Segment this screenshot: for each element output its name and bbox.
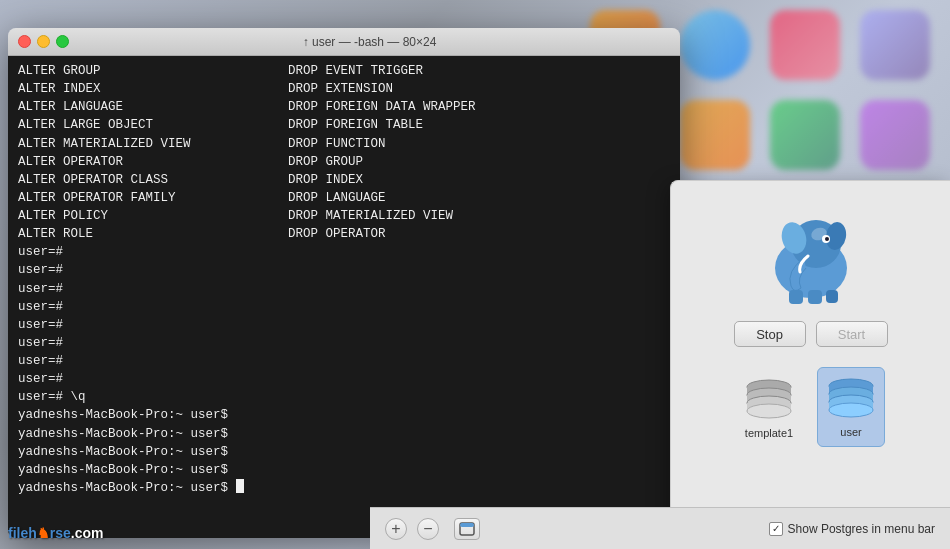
term-cmd-row-10: ALTER ROLEDROP OPERATOR <box>18 225 670 243</box>
term-shell-5-active: yadneshs-MacBook-Pro:~ user$ <box>18 479 670 497</box>
filehorse-watermark: fileh♞rse.com <box>8 525 104 541</box>
db-item-template1[interactable]: template1 <box>736 369 802 447</box>
term-cmd-row-2: ALTER INDEXDROP EXTENSION <box>18 80 670 98</box>
term-prompt-7: user=# <box>18 352 670 370</box>
filehorse-text-1: fileh <box>8 525 37 541</box>
db-label-template1: template1 <box>745 427 793 439</box>
stop-button[interactable]: Stop <box>734 321 806 347</box>
add-database-button[interactable]: + <box>385 518 407 540</box>
term-cmd-row-6: ALTER OPERATORDROP GROUP <box>18 153 670 171</box>
view-icon <box>459 522 475 536</box>
postgres-elephant-icon <box>756 206 866 306</box>
terminal-window: ↑ user — -bash — 80×24 ALTER GROUPDROP E… <box>8 28 680 538</box>
right-panel: Stop Start template1 <box>670 180 950 549</box>
remove-database-button[interactable]: − <box>417 518 439 540</box>
filehorse-text-2: rse <box>50 525 71 541</box>
term-prompt-2: user=# <box>18 261 670 279</box>
term-cmd-row-7: ALTER OPERATOR CLASSDROP INDEX <box>18 171 670 189</box>
db-icon-user <box>826 376 876 421</box>
term-cmd-row-5: ALTER MATERIALIZED VIEWDROP FUNCTION <box>18 135 670 153</box>
close-button[interactable] <box>18 35 31 48</box>
maximize-button[interactable] <box>56 35 69 48</box>
show-postgres-container: ✓ Show Postgres in menu bar <box>769 522 935 536</box>
term-cmd-row-8: ALTER OPERATOR FAMILYDROP LANGUAGE <box>18 189 670 207</box>
checkmark-icon: ✓ <box>772 523 780 534</box>
term-prompt-6: user=# <box>18 334 670 352</box>
term-prompt-5: user=# <box>18 316 670 334</box>
term-prompt-8: user=# <box>18 370 670 388</box>
terminal-body[interactable]: ALTER GROUPDROP EVENT TRIGGER ALTER INDE… <box>8 56 680 538</box>
svg-rect-9 <box>826 290 838 303</box>
svg-point-23 <box>829 403 873 417</box>
term-shell-3: yadneshs-MacBook-Pro:~ user$ <box>18 443 670 461</box>
term-prompt-1: user=# <box>18 243 670 261</box>
db-icon-template1 <box>744 377 794 422</box>
term-quit-cmd: user=# \q <box>18 388 670 406</box>
show-postgres-checkbox[interactable]: ✓ <box>769 522 783 536</box>
elephant-container <box>751 201 871 311</box>
db-label-user: user <box>840 426 861 438</box>
svg-rect-8 <box>808 290 822 304</box>
term-shell-2: yadneshs-MacBook-Pro:~ user$ <box>18 425 670 443</box>
svg-point-16 <box>747 404 791 418</box>
view-toggle-button[interactable] <box>454 518 480 540</box>
term-cmd-row-3: ALTER LANGUAGEDROP FOREIGN DATA WRAPPER <box>18 98 670 116</box>
svg-rect-25 <box>460 523 474 527</box>
db-item-user[interactable]: user <box>817 367 885 447</box>
svg-point-5 <box>825 237 829 241</box>
terminal-titlebar: ↑ user — -bash — 80×24 <box>8 28 680 56</box>
database-list: template1 user <box>736 367 885 447</box>
traffic-lights <box>18 35 69 48</box>
term-cmd-row-4: ALTER LARGE OBJECTDROP FOREIGN TABLE <box>18 116 670 134</box>
start-button[interactable]: Start <box>816 321 888 347</box>
minus-icon: − <box>423 520 432 538</box>
term-shell-4: yadneshs-MacBook-Pro:~ user$ <box>18 461 670 479</box>
server-controls: Stop Start <box>734 321 888 347</box>
filehorse-horse-icon: ♞ <box>37 525 50 541</box>
terminal-cursor <box>236 479 244 493</box>
filehorse-domain: .com <box>71 525 104 541</box>
term-cmd-row-1: ALTER GROUPDROP EVENT TRIGGER <box>18 62 670 80</box>
bottom-bar: + − ✓ Show Postgres in menu bar <box>370 507 950 549</box>
terminal-title: ↑ user — -bash — 80×24 <box>69 35 670 49</box>
term-cmd-row-9: ALTER POLICYDROP MATERIALIZED VIEW <box>18 207 670 225</box>
show-postgres-label: Show Postgres in menu bar <box>788 522 935 536</box>
term-shell-1: yadneshs-MacBook-Pro:~ user$ <box>18 406 670 424</box>
minimize-button[interactable] <box>37 35 50 48</box>
term-prompt-4: user=# <box>18 298 670 316</box>
term-prompt-3: user=# <box>18 280 670 298</box>
plus-icon: + <box>391 520 400 538</box>
svg-rect-7 <box>789 290 803 304</box>
